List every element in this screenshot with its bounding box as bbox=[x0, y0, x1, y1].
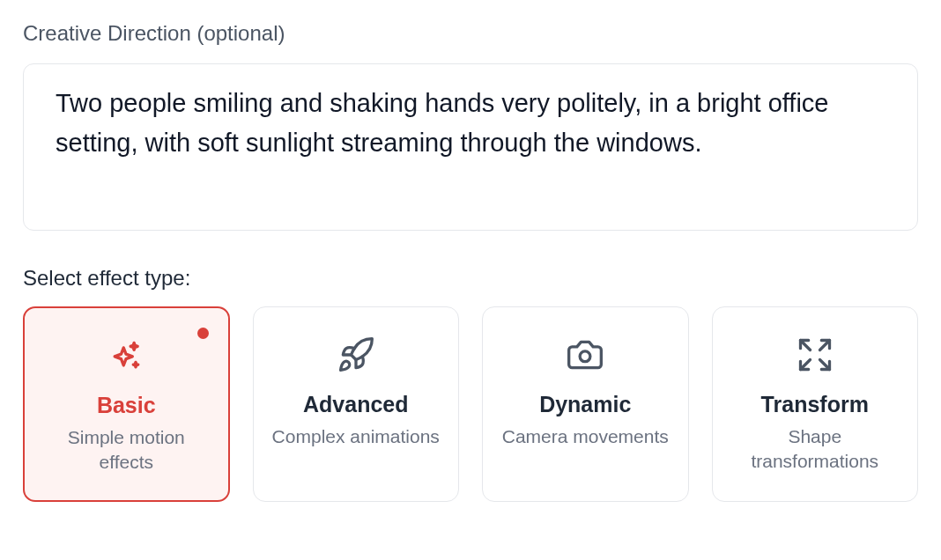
effect-card-desc: Shape transformations bbox=[727, 424, 904, 475]
creative-direction-field[interactable] bbox=[23, 63, 918, 231]
effect-card-desc: Simple motion effects bbox=[39, 425, 214, 475]
effect-card-desc: Camera movements bbox=[502, 424, 669, 449]
effect-card-dynamic[interactable]: Dynamic Camera movements bbox=[482, 306, 689, 502]
effect-card-title: Dynamic bbox=[539, 392, 631, 417]
effect-card-desc: Complex animations bbox=[272, 424, 440, 449]
effect-card-title: Basic bbox=[97, 393, 156, 418]
selected-indicator-dot bbox=[197, 328, 209, 339]
camera-icon bbox=[564, 334, 606, 376]
creative-direction-input[interactable] bbox=[56, 84, 885, 207]
rocket-icon bbox=[335, 334, 377, 376]
expand-icon bbox=[794, 334, 836, 376]
sparkles-icon bbox=[105, 335, 147, 377]
effect-type-label: Select effect type: bbox=[23, 266, 918, 291]
creative-direction-label: Creative Direction (optional) bbox=[23, 21, 918, 46]
effect-card-title: Advanced bbox=[303, 392, 408, 417]
svg-point-0 bbox=[580, 351, 590, 362]
effect-type-cards: Basic Simple motion effects Advanced Com… bbox=[23, 306, 918, 502]
effect-card-transform[interactable]: Transform Shape transformations bbox=[712, 306, 919, 502]
effect-card-advanced[interactable]: Advanced Complex animations bbox=[253, 306, 460, 502]
effect-card-basic[interactable]: Basic Simple motion effects bbox=[23, 306, 230, 502]
effect-card-title: Transform bbox=[761, 392, 869, 417]
